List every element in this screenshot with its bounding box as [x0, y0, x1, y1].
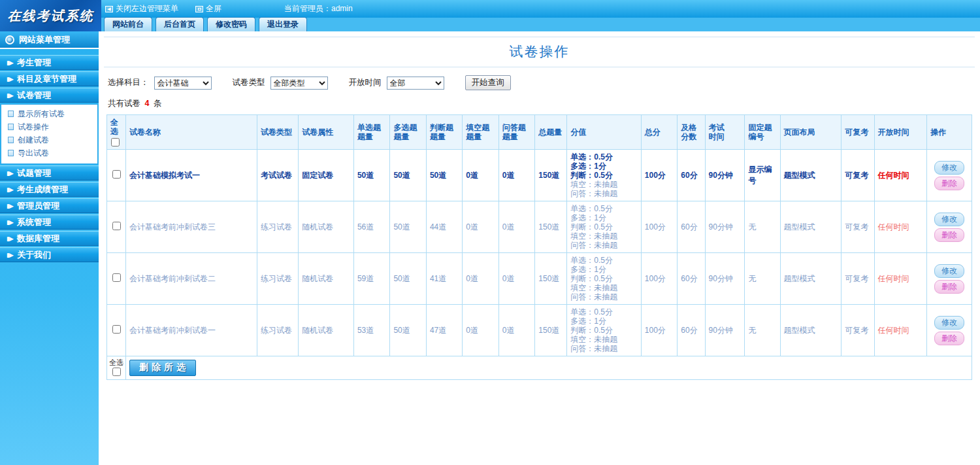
cell-ops: 修改删除 [927, 150, 972, 201]
cell-ops: 修改删除 [927, 253, 972, 305]
score-line: 判断：0.5分 [570, 222, 638, 232]
submenu-item-paper-operations[interactable]: 试卷操作 [1, 120, 97, 133]
delete-button[interactable]: 删除 [934, 228, 964, 242]
paper-type-select[interactable]: 全部类型 [270, 77, 328, 90]
column-header-label: 及格 分数 [681, 123, 701, 141]
sidebar-item-scores[interactable]: 考生成绩管理 [0, 182, 99, 197]
footer-select-all-checkbox[interactable] [112, 368, 121, 376]
column-header-label: 试卷名称 [129, 128, 253, 137]
tab-change-password[interactable]: 修改密码 [207, 17, 255, 31]
column-header-label: 问答题 题量 [502, 123, 531, 141]
cell-multi: 50道 [390, 150, 426, 201]
menu-arrow-icon [7, 219, 13, 226]
submenu-item-export-paper[interactable]: 导出试卷 [1, 146, 97, 160]
fullscreen-button[interactable]: 全屏 [195, 3, 221, 14]
sidebar-item-label: 考生管理 [17, 57, 51, 69]
sidebar-item-label: 试题管理 [17, 167, 51, 179]
tab-admin-home[interactable]: 后台首页 [155, 17, 204, 31]
menu-arrow-icon [7, 76, 13, 82]
table-row: 会计基础考前冲刺试卷三练习试卷随机试卷56道50道44道0道0道150道单选：0… [107, 201, 972, 253]
score-line: 填空：未抽题 [570, 335, 638, 344]
cell-type: 考试试卷 [257, 150, 298, 201]
row-checkbox[interactable] [112, 273, 121, 282]
column-header-label: 可复考 [845, 128, 870, 137]
sidebar-item-examinees[interactable]: 考生管理 [0, 55, 99, 70]
cell-judge: 47道 [426, 305, 462, 356]
sidebar-item-label: 管理员管理 [17, 200, 59, 212]
sidebar-item-subjects[interactable]: 科目及章节管理 [0, 71, 99, 86]
menu-arrow-icon [7, 92, 13, 99]
cell-name: 会计基础考前冲刺试卷二 [126, 253, 257, 305]
sidebar-item-about[interactable]: 关于我们 [0, 247, 99, 262]
cell-total_q: 150道 [535, 201, 567, 253]
delete-button[interactable]: 删除 [934, 177, 964, 190]
cell-layout: 题型模式 [780, 253, 841, 305]
delete-button[interactable]: 删除 [934, 332, 964, 345]
menu-arrow-icon [7, 235, 13, 242]
select-all-checkbox[interactable] [111, 138, 120, 146]
submenu-item-label: 导出试卷 [18, 148, 49, 159]
current-admin-label: 当前管理员：admin [284, 3, 353, 14]
cell-duration: 90分钟 [705, 150, 745, 201]
row-checkbox[interactable] [112, 325, 121, 334]
column-header: 试卷类型 [257, 115, 298, 150]
column-header: 考试 时间 [705, 115, 745, 150]
open-time-select[interactable]: 全部 [387, 77, 444, 90]
sidebar-item-admins[interactable]: 管理员管理 [0, 198, 99, 213]
type-filter-label: 试卷类型 [233, 77, 265, 88]
submenu-item-create-paper[interactable]: 创建试卷 [1, 133, 97, 146]
cell-open_time: 任何时间 [874, 253, 927, 305]
collapse-left-menu-button[interactable]: ◀ 关闭左边管理菜单 [105, 3, 178, 14]
open-time-filter-label: 开放时间 [349, 77, 382, 88]
edit-button[interactable]: 修改 [934, 264, 964, 278]
row-checkbox[interactable] [112, 222, 121, 230]
cell-recheck: 可复考 [841, 201, 874, 253]
menu-arrow-icon [7, 203, 13, 209]
tab-site-front[interactable]: 网站前台 [104, 17, 152, 31]
column-header: 填空题 题量 [463, 115, 498, 150]
edit-button[interactable]: 修改 [934, 213, 964, 226]
score-line: 多选：1分 [570, 162, 638, 171]
score-line: 单选：0.5分 [570, 204, 638, 213]
table-row: 会计基础考前冲刺试卷二练习试卷随机试卷59道50道41道0道0道150道单选：0… [107, 253, 972, 305]
score-line: 填空：未抽题 [570, 232, 638, 241]
column-header-label: 开放时间 [878, 128, 924, 137]
delete-button[interactable]: 删除 [934, 280, 964, 294]
summary-count: 4 [142, 99, 151, 108]
page-title: 试卷操作 [104, 37, 975, 67]
content-panel: 试卷操作 选择科目： 会计基础 试卷类型 全部类型 开放时间 全部 开始查询 共… [104, 37, 975, 380]
cell-open_time: 任何时间 [874, 150, 927, 201]
cell-type: 练习试卷 [257, 305, 298, 356]
summary-prefix: 共有试卷 [108, 99, 140, 108]
fullscreen-icon [195, 6, 203, 12]
score-line: 判断：0.5分 [570, 326, 638, 335]
cell-fixed_no: 无 [745, 253, 780, 305]
column-header: 总分 [641, 115, 677, 150]
table-head: 全选试卷名称试卷类型试卷属性单选题 题量多选题 题量判断题 题量填空题 题量问答… [107, 115, 972, 150]
cell-judge: 50道 [426, 150, 462, 201]
cell-single: 56道 [353, 201, 389, 253]
sidebar-item-database[interactable]: 数据库管理 [0, 231, 99, 246]
edit-button[interactable]: 修改 [934, 316, 964, 330]
tab-logout[interactable]: 退出登录 [259, 17, 307, 31]
sidebar-item-system[interactable]: 系统管理 [0, 215, 99, 230]
cell-pass_score: 60分 [678, 305, 705, 356]
cell-multi: 50道 [390, 305, 426, 356]
column-header: 全选 [107, 115, 126, 150]
cell-fill: 0道 [463, 305, 498, 356]
query-button[interactable]: 开始查询 [465, 75, 511, 90]
sidebar-item-label: 数据库管理 [17, 233, 59, 245]
delete-selected-button[interactable]: 删除所选 [129, 360, 196, 376]
submenu-item-label: 创建试卷 [18, 135, 49, 146]
top-header: 在线考试系统 ◀ 关闭左边管理菜单 全屏 当前管理员：admin 网站前台 后台… [0, 0, 980, 31]
cell-total_q: 150道 [535, 150, 567, 201]
row-checkbox[interactable] [112, 170, 121, 179]
subject-select[interactable]: 会计基础 [154, 77, 212, 90]
cell-layout: 题型模式 [780, 305, 841, 356]
sidebar-item-questions[interactable]: 试题管理 [0, 165, 99, 181]
submenu-item-show-all-papers[interactable]: 显示所有试卷 [1, 107, 97, 120]
column-header-label: 判断题 题量 [430, 123, 459, 141]
edit-button[interactable]: 修改 [934, 161, 964, 175]
sidebar-item-papers[interactable]: 试卷管理 [0, 88, 99, 103]
doc-icon [8, 111, 14, 117]
